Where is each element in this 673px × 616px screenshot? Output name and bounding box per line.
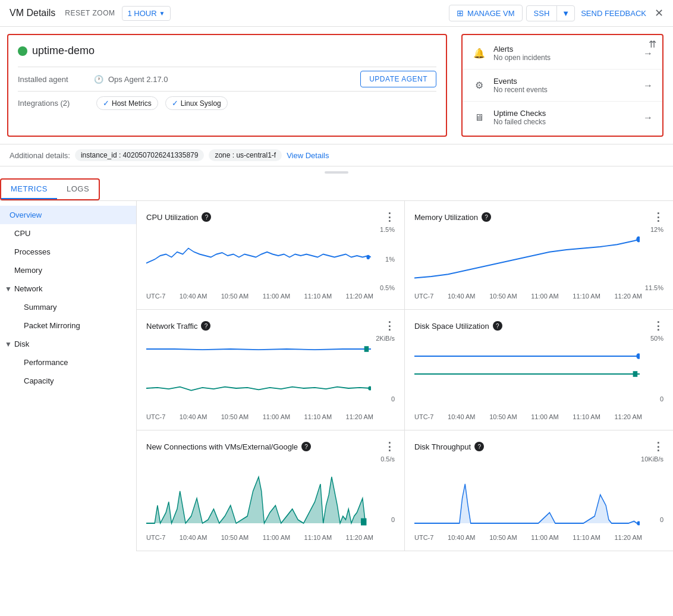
chart-connections-header: New Connections with VMs/External/Google… <box>146 440 395 453</box>
sidebar-item-cpu[interactable]: CPU <box>0 224 136 243</box>
sidebar-item-capacity[interactable]: Capacity <box>0 372 136 390</box>
uptime-subtitle: No failed checks <box>493 118 643 126</box>
sidebar-item-performance[interactable]: Performance <box>0 353 136 372</box>
sidebar-group-disk[interactable]: ▼ Disk <box>0 335 136 353</box>
top-bar: VM Details RESET ZOOM 1 HOUR ▼ ⊞ MANAGE … <box>0 0 673 27</box>
svg-point-0 <box>366 255 370 260</box>
throughput-y-top: 10KiB/s <box>641 455 663 463</box>
metrics-tab[interactable]: METRICS <box>1 180 57 199</box>
check-icon-2: ✓ <box>172 99 178 108</box>
chart-network-traffic: Network Traffic ? ⋮ 2KiB/s 0 <box>137 310 405 430</box>
memory-y-bot: 11.5% <box>645 284 663 291</box>
connections-chart-svg <box>146 455 371 527</box>
agent-row: Installed agent 🕐 Ops Agent 2.17.0 UPDAT… <box>18 67 436 91</box>
network-y-top: 2KiB/s <box>376 335 395 342</box>
throughput-help-icon[interactable]: ? <box>474 442 484 451</box>
memory-help-icon[interactable]: ? <box>482 212 491 222</box>
connections-x-labels: UTC-7 10:40 AM 10:50 AM 11:00 AM 11:10 A… <box>146 534 395 541</box>
vm-details-title: VM Details <box>10 8 55 18</box>
integrations-row: Integrations (2) ✓ Host Metrics ✓ Linux … <box>18 91 436 115</box>
bell-icon: 🔔 <box>472 46 486 61</box>
disk-y-bot: 0 <box>660 395 663 403</box>
uptime-arrow-icon: → <box>643 112 653 123</box>
view-details-link[interactable]: View Details <box>287 151 329 160</box>
drag-handle[interactable] <box>325 171 348 174</box>
integration-1-label: Host Metrics <box>112 99 152 108</box>
update-agent-button[interactable]: UPDATE AGENT <box>360 71 436 87</box>
installed-agent-label: Installed agent <box>18 75 89 84</box>
connections-help-icon[interactable]: ? <box>301 442 311 451</box>
sidebar-item-packet-mirroring[interactable]: Packet Mirroring <box>0 316 136 335</box>
events-title: Events <box>493 77 643 86</box>
cpu-y-top: 1.5% <box>380 226 395 233</box>
alert-item-events[interactable]: ⚙ Events No recent events → <box>463 70 662 102</box>
network-chart-svg <box>146 335 371 406</box>
throughput-y-bot: 0 <box>660 516 663 523</box>
disk-y-top: 50% <box>650 335 663 342</box>
disk-menu-icon[interactable]: ⋮ <box>653 319 663 332</box>
disk-chart-svg <box>414 335 640 406</box>
sidebar: Overview CPU Processes Memory ▼ Network … <box>0 201 137 551</box>
sidebar-item-overview[interactable]: Overview <box>0 206 136 224</box>
alert-item-alerts[interactable]: 🔔 Alerts No open incidents → <box>463 37 662 70</box>
connections-menu-icon[interactable]: ⋮ <box>384 440 395 453</box>
network-help-icon[interactable]: ? <box>201 321 210 331</box>
throughput-chart-svg <box>414 455 640 527</box>
disk-help-icon[interactable]: ? <box>493 321 502 331</box>
ssh-dropdown-icon[interactable]: ▼ <box>556 6 574 21</box>
collapse-icon[interactable]: ⇈ <box>649 39 656 50</box>
integration-badge-1: ✓ Host Metrics <box>96 96 158 110</box>
ssh-button[interactable]: SSH ▼ <box>526 5 575 21</box>
chart-connections-title: New Connections with VMs/External/Google <box>146 442 298 451</box>
send-feedback-button[interactable]: SEND FEEDBACK <box>581 9 646 18</box>
additional-details-bar: Additional details: instance_id : 402050… <box>0 144 673 166</box>
time-selector[interactable]: 1 HOUR ▼ <box>122 6 170 21</box>
svg-marker-8 <box>414 484 640 523</box>
chart-throughput-title: Disk Throughput <box>414 442 471 451</box>
charts-area: CPU Utilization ? ⋮ 1.5% 1% 0.5% UTC-7 1… <box>137 201 673 551</box>
sidebar-item-memory[interactable]: Memory <box>0 261 136 279</box>
alert-title: Alerts <box>493 45 643 54</box>
metrics-logs-tab-bar: METRICS LOGS <box>0 178 100 200</box>
cpu-menu-icon[interactable]: ⋮ <box>384 210 395 224</box>
memory-menu-icon[interactable]: ⋮ <box>653 210 663 224</box>
chart-network-title: Network Traffic <box>146 322 197 331</box>
throughput-menu-icon[interactable]: ⋮ <box>653 440 663 453</box>
cpu-x-labels: UTC-7 10:40 AM 10:50 AM 11:00 AM 11:10 A… <box>146 293 395 300</box>
network-menu-icon[interactable]: ⋮ <box>384 319 395 332</box>
network-y-bot: 0 <box>391 395 395 403</box>
chart-cpu-utilization: CPU Utilization ? ⋮ 1.5% 1% 0.5% UTC-7 1… <box>137 201 405 309</box>
svg-rect-2 <box>364 346 369 352</box>
integration-badge-2: ✓ Linux Syslog <box>165 96 228 110</box>
chart-network-header: Network Traffic ? ⋮ <box>146 319 395 332</box>
charts-row-2: Network Traffic ? ⋮ 2KiB/s 0 <box>137 310 673 430</box>
sidebar-item-processes[interactable]: Processes <box>0 243 136 261</box>
svg-marker-6 <box>146 477 371 523</box>
chevron-down-network-icon: ▼ <box>5 285 12 293</box>
sidebar-group-network[interactable]: ▼ Network <box>0 279 136 298</box>
close-icon[interactable]: ✕ <box>655 7 663 20</box>
top-bar-right: ⊞ MANAGE VM SSH ▼ SEND FEEDBACK ✕ <box>449 5 663 21</box>
manage-vm-button[interactable]: ⊞ MANAGE VM <box>449 5 522 21</box>
sidebar-item-summary[interactable]: Summary <box>0 298 136 316</box>
connections-y-bot: 0 <box>391 516 395 523</box>
reset-zoom-button[interactable]: RESET ZOOM <box>65 9 115 17</box>
memory-chart-svg <box>414 226 640 285</box>
logs-tab[interactable]: LOGS <box>57 180 99 199</box>
svg-point-1 <box>636 237 640 243</box>
cpu-help-icon[interactable]: ? <box>202 212 211 222</box>
cpu-chart-svg <box>146 226 371 285</box>
chart-cpu-header: CPU Utilization ? ⋮ <box>146 210 395 224</box>
integrations-label: Integrations (2) <box>18 99 89 108</box>
cpu-y-mid: 1% <box>385 256 395 263</box>
chart-disk-throughput: Disk Throughput ? ⋮ 10KiB/s 0 UTC-7 <box>405 430 673 551</box>
manage-vm-label: MANAGE VM <box>467 9 514 18</box>
alert-item-uptime[interactable]: 🖥 Uptime Checks No failed checks → <box>463 102 662 133</box>
alert-text: Alerts No open incidents <box>493 45 643 62</box>
sidebar-network-label: Network <box>14 284 43 293</box>
drag-handle-area[interactable] <box>0 166 673 178</box>
uptime-text: Uptime Checks No failed checks <box>493 109 643 126</box>
additional-details-label: Additional details: <box>10 151 70 160</box>
throughput-x-labels: UTC-7 10:40 AM 10:50 AM 11:00 AM 11:10 A… <box>414 534 663 541</box>
ssh-label: SSH <box>527 6 557 21</box>
